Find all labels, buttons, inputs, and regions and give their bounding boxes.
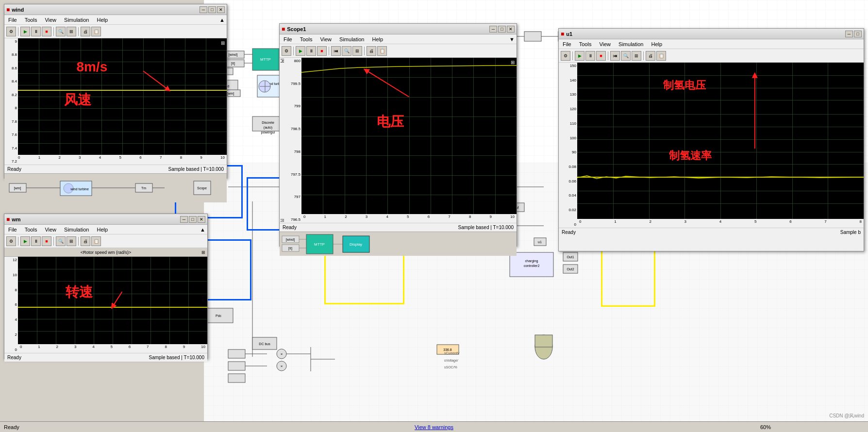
wind-minimize-btn[interactable]: ─	[200, 6, 207, 13]
scope1-menu-tools[interactable]: Tools	[298, 35, 315, 43]
svg-text:DC bus: DC bus	[259, 342, 270, 346]
scope1-tb-print[interactable]: 🖨	[367, 46, 376, 56]
u1-maximize-btn[interactable]: □	[854, 31, 862, 37]
u1-menu-simulation[interactable]: Simulation	[617, 40, 645, 48]
wm-menu-file[interactable]: File	[6, 226, 19, 233]
u1-minimize-btn[interactable]: ─	[845, 31, 853, 37]
scope1-expand-icon[interactable]: ⊞	[511, 60, 515, 65]
scope1-menu-extra[interactable]: ▼	[509, 36, 515, 42]
scope1-inner-svg: [wind] [It] MTTP Display	[280, 232, 517, 256]
wm-tb-print[interactable]: 🖨	[81, 236, 90, 246]
wm-minimize-btn[interactable]: ─	[180, 216, 188, 223]
wind-plot-container: 9 8.8 8.6 8.4 8.2 8 7.8 7.6 7.4 7.2	[4, 38, 227, 165]
wind-tb-run[interactable]: ▶	[20, 27, 30, 36]
wm-tb-fit[interactable]: ⊞	[67, 236, 76, 246]
wm-tb-pause[interactable]: ⏸	[31, 236, 41, 246]
wm-maximize-btn[interactable]: □	[189, 216, 197, 223]
u1-tb-back[interactable]: ⏮	[610, 51, 620, 61]
scope1-tb-run[interactable]: ▶	[296, 46, 305, 56]
wind-menu-file[interactable]: File	[6, 16, 19, 24]
scope1-minimize-btn[interactable]: ─	[489, 26, 497, 33]
scope1-maximize-btn[interactable]: □	[498, 26, 506, 33]
u1-menu-tools[interactable]: Tools	[577, 40, 594, 48]
wm-tb-zoom[interactable]: 🔍	[56, 236, 66, 246]
scope1-menu-file[interactable]: File	[282, 35, 294, 43]
scope1-close-btn[interactable]: ✕	[507, 26, 515, 33]
u1-menu-help[interactable]: Help	[649, 40, 664, 48]
wind-menu-simulation[interactable]: Simulation	[62, 16, 91, 24]
wm-tb-props[interactable]: 📋	[91, 236, 101, 246]
wind-tb-pause[interactable]: ⏸	[31, 27, 41, 36]
svg-text:[It]: [It]	[231, 62, 235, 66]
wind-expand-icon[interactable]: ⊞	[221, 40, 225, 46]
wm-titlebar[interactable]: ■ wm ─ □ ✕	[4, 214, 207, 225]
wind-tb-fit[interactable]: ⊞	[67, 27, 76, 36]
svg-text:×: ×	[281, 364, 283, 368]
scope1-menu-view[interactable]: View	[318, 35, 334, 43]
svg-text:[wm]: [wm]	[14, 186, 21, 190]
wm-menu-help[interactable]: Help	[95, 226, 110, 233]
scope1-window: ■ Scope1 ─ □ ✕ File Tools View Simulatio…	[279, 23, 517, 247]
scope1-tb-fit[interactable]: ⊞	[352, 46, 362, 56]
wind-tb-zoom[interactable]: 🔍	[56, 27, 66, 36]
wind-collapse-btn[interactable]: ▲	[219, 17, 225, 23]
scope1-tb-zoom[interactable]: 🔍	[342, 46, 351, 56]
wind-title: wind	[12, 7, 24, 13]
u1-tb-run[interactable]: ▶	[575, 51, 584, 61]
scope1-tb-pause[interactable]: ⏸	[306, 46, 316, 56]
wind-tb-settings[interactable]: ⚙	[6, 27, 16, 36]
scope1-status-ready: Ready	[283, 225, 297, 230]
wind-menu-view[interactable]: View	[43, 16, 58, 24]
wm-tb-settings[interactable]: ⚙	[6, 236, 16, 246]
wind-tb-stop[interactable]: ■	[42, 27, 51, 36]
scope1-tb-back[interactable]: ⏮	[331, 46, 341, 56]
u1-titlebar[interactable]: ■ u1 ─ □	[559, 29, 864, 39]
wm-tb-stop[interactable]: ■	[42, 236, 51, 246]
u1-plot-container: 150 140 130 120 110 100 90 0.08 0.06 0.0…	[559, 63, 864, 228]
wm-collapse-btn[interactable]: ▲	[200, 227, 205, 233]
view-warnings-link[interactable]: View 8 warnings	[415, 424, 453, 430]
wind-menu-help[interactable]: Help	[95, 16, 110, 24]
wind-close-btn[interactable]: ✕	[217, 6, 225, 13]
u1-tb-props[interactable]: 📋	[656, 51, 666, 61]
wm-menu-tools[interactable]: Tools	[23, 226, 39, 233]
u1-lower-line	[577, 177, 864, 178]
scope1-x-labels: 0 1 2 3 4 5 6 7 8 9 10	[301, 214, 517, 223]
u1-tb-print[interactable]: 🖨	[646, 51, 655, 61]
wm-close-btn[interactable]: ✕	[198, 216, 205, 223]
wm-expand-icon[interactable]: ⊞	[201, 250, 205, 255]
u1-tb-fit[interactable]: ⊞	[632, 51, 641, 61]
svg-rect-55	[228, 362, 245, 370]
wm-menu-view[interactable]: View	[43, 226, 58, 233]
svg-text:sCurrentV: sCurrentV	[444, 351, 460, 355]
scope1-tb-stop[interactable]: ■	[317, 46, 327, 56]
svg-text:sVoltage/: sVoltage/	[444, 359, 458, 363]
svg-text:[wm]: [wm]	[227, 92, 234, 96]
u1-menu-file[interactable]: File	[561, 40, 573, 48]
wind-maximize-btn[interactable]: □	[208, 6, 216, 13]
u1-tb-zoom[interactable]: 🔍	[621, 51, 631, 61]
wm-tb-run[interactable]: ▶	[20, 236, 30, 246]
scope1-tb-props[interactable]: 📋	[377, 46, 387, 56]
scope1-tb-settings[interactable]: ⚙	[282, 46, 291, 56]
wind-titlebar[interactable]: ■ wind ─ □ ✕	[4, 4, 227, 15]
wm-toolbar: ⚙ ▶ ⏸ ■ 🔍 ⊞ 🖨 📋	[4, 234, 207, 248]
u1-scope-plot: 制氢电压 制氢速率	[577, 63, 864, 219]
u1-tb-pause[interactable]: ⏸	[585, 51, 595, 61]
scope1-menu-help[interactable]: Help	[370, 35, 385, 43]
svg-text:Out1: Out1	[567, 255, 574, 259]
wind-tb-print[interactable]: 🖨	[81, 27, 90, 36]
scope1-menu-simulation[interactable]: Simulation	[337, 35, 366, 43]
wind-tb-props[interactable]: 📋	[91, 27, 101, 36]
u1-menubar: File Tools View Simulation Help	[559, 39, 864, 49]
u1-plot-area: 制氢电压 制氢速率 0 1 2 3	[577, 63, 864, 228]
u1-tb-settings[interactable]: ⚙	[561, 51, 570, 61]
wind-menu-tools[interactable]: Tools	[23, 16, 39, 24]
u1-status-ready: Ready	[562, 230, 576, 235]
wm-title: wm	[12, 216, 20, 222]
u1-menu-view[interactable]: View	[597, 40, 613, 48]
scope1-titlebar[interactable]: ■ Scope1 ─ □ ✕	[280, 24, 517, 34]
wm-statusbar: Ready Sample based | T=10.000	[4, 353, 207, 362]
u1-tb-stop[interactable]: ■	[596, 51, 606, 61]
wm-menu-simulation[interactable]: Simulation	[62, 226, 91, 233]
